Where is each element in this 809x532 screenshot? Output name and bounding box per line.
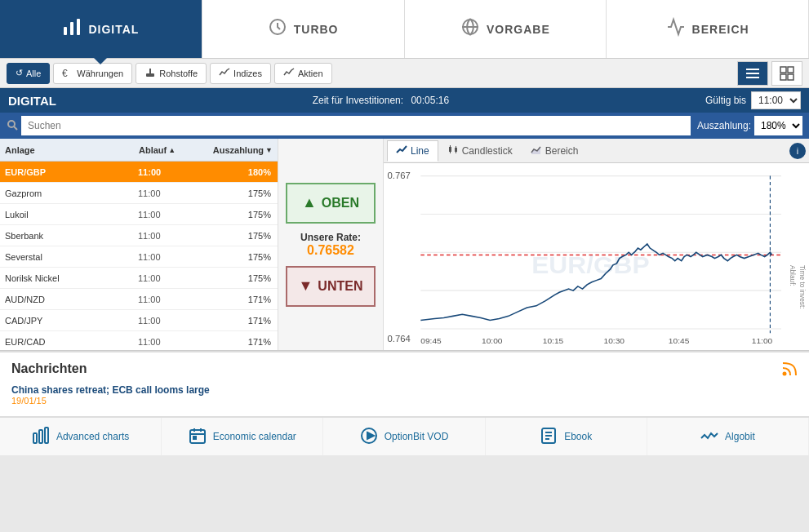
svg-rect-11: [780, 67, 786, 73]
main-content: Anlage Ablauf ▲ Auszahlung ▼ EUR/GBP 11:…: [0, 139, 809, 351]
col-anlage: Anlage: [0, 142, 134, 158]
table-row[interactable]: Gazprom 11:00 175%: [0, 183, 278, 204]
svg-rect-44: [39, 430, 42, 443]
filter-waehrungen[interactable]: € Währungen: [53, 63, 132, 84]
filter-aktien[interactable]: Aktien: [274, 63, 332, 84]
cell-anlage: AUD/NZD: [0, 293, 133, 306]
candlestick-icon: [447, 144, 459, 157]
cell-ablauf: 11:00: [133, 335, 205, 348]
svg-rect-9: [746, 73, 759, 74]
table-row[interactable]: EUR/CAD 11:00 171%: [0, 331, 278, 350]
cell-anlage: Gazprom: [0, 187, 133, 200]
cell-anlage: CAD/JPY: [0, 314, 133, 327]
table-row[interactable]: Norilsk Nickel 11:00 175%: [0, 268, 278, 289]
svg-text:€: €: [62, 68, 68, 78]
col-auszahlung: Auszahlung ▼: [206, 142, 278, 158]
news-section: Nachrichten China shares retreat; ECB ca…: [0, 351, 809, 416]
table-row[interactable]: EUR/GBP 11:00 180%: [0, 162, 278, 183]
play-icon: [360, 427, 378, 447]
filter-indizes[interactable]: Indizes: [210, 63, 271, 84]
unten-button[interactable]: ▼ UNTEN: [286, 266, 376, 307]
cell-ablauf: 11:00: [133, 187, 205, 200]
svg-rect-14: [788, 74, 793, 80]
filter-rohstoffe[interactable]: Rohstoffe: [136, 63, 207, 84]
cell-ablauf: 11:00: [133, 229, 205, 242]
news-headline[interactable]: China shares retreat; ECB call looms lar…: [11, 384, 798, 396]
oben-button[interactable]: ▲ OBEN: [286, 183, 376, 224]
filter-alle[interactable]: ↺ Alle: [7, 63, 50, 84]
tab-line[interactable]: Line: [387, 140, 438, 162]
nav-vorgabe[interactable]: VORGABE: [405, 0, 607, 58]
bottom-ebook[interactable]: Ebook: [486, 418, 647, 455]
table-row[interactable]: Lukoil 11:00 175%: [0, 204, 278, 225]
tab-bereich[interactable]: Bereich: [522, 140, 588, 162]
view-multi-button[interactable]: [771, 61, 802, 86]
turbo-icon: [268, 17, 287, 41]
nav-turbo-label: TURBO: [294, 23, 339, 36]
svg-rect-43: [33, 433, 37, 443]
svg-rect-10: [746, 77, 759, 78]
search-input[interactable]: [21, 116, 691, 135]
cell-ablauf: 11:00: [133, 272, 205, 285]
nav-digital[interactable]: DIGITAL: [0, 0, 202, 58]
svg-text:0.767: 0.767: [388, 171, 411, 180]
svg-text:EUR/GBP: EUR/GBP: [531, 252, 649, 279]
cell-auszahlung: 171%: [205, 335, 278, 348]
bottom-economic-calendar[interactable]: Economic calendar: [162, 418, 323, 455]
svg-rect-12: [788, 67, 793, 73]
news-title: Nachrichten: [11, 361, 87, 376]
invest-time-label: Zeit für Investitionen: 00:05:16: [56, 95, 705, 106]
svg-text:10:45: 10:45: [669, 336, 690, 345]
search-bar: Auszahlung: 180% 175% 171%: [0, 113, 809, 139]
nav-bereich[interactable]: BEREICH: [607, 0, 809, 58]
nav-digital-label: DIGITAL: [88, 23, 139, 36]
view-switcher: [737, 61, 802, 86]
cell-anlage: Lukoil: [0, 208, 133, 221]
bottom-optionbit-vod[interactable]: OptionBit VOD: [323, 418, 485, 455]
cell-ablauf: 11:00: [133, 208, 205, 221]
cell-ablauf: 11:00: [133, 293, 205, 306]
filter-bar: ↺ Alle € Währungen Rohstoffe Indizes Akt…: [0, 59, 809, 88]
svg-point-42: [783, 372, 787, 376]
vorgabe-icon: [460, 17, 480, 41]
indizes-icon: [219, 67, 230, 80]
valid-time-select[interactable]: 11:00: [751, 91, 801, 109]
chart-info-button[interactable]: i: [789, 143, 806, 159]
table-row[interactable]: Severstal 11:00 175%: [0, 246, 278, 268]
refresh-icon: ↺: [16, 68, 23, 78]
table-row[interactable]: AUD/NZD 11:00 171%: [0, 289, 278, 310]
bottom-algobit[interactable]: Algobit: [647, 418, 809, 455]
view-classic-button[interactable]: [737, 61, 768, 86]
svg-text:10:30: 10:30: [604, 336, 625, 345]
svg-rect-7: [149, 69, 151, 75]
bereich-icon: [666, 17, 686, 41]
ebook-icon: [540, 427, 558, 447]
svg-text:09:45: 09:45: [420, 336, 442, 345]
payout-label: Auszahlung:: [697, 120, 751, 131]
sort-arrow-up: ▲: [168, 146, 176, 154]
cell-auszahlung: 175%: [205, 187, 278, 200]
cell-auszahlung: 171%: [205, 293, 278, 306]
table-row[interactable]: CAD/JPY 11:00 171%: [0, 310, 278, 331]
currency-icon: €: [62, 67, 73, 80]
payout-select[interactable]: 180% 175% 171%: [754, 116, 802, 135]
bottom-bar: Advanced charts Economic calendar Option…: [0, 416, 809, 455]
svg-line-16: [14, 126, 17, 130]
rss-icon[interactable]: [781, 361, 798, 381]
col-ablauf: Ablauf ▲: [134, 142, 206, 158]
tab-candlestick[interactable]: Candlestick: [438, 140, 522, 162]
cell-ablauf: 11:00: [133, 314, 205, 327]
rate-display: Unsere Rate: 0.76582: [300, 232, 361, 258]
svg-marker-52: [367, 432, 374, 439]
table-row[interactable]: Sberbank 11:00 175%: [0, 225, 278, 246]
svg-rect-17: [449, 147, 451, 152]
cell-auszahlung: 180%: [205, 166, 278, 179]
svg-text:Ablauf:: Ablauf:: [789, 265, 797, 286]
chart-tab-bar: Line Candlestick Bereich i: [384, 139, 809, 163]
cell-auszahlung: 175%: [205, 208, 278, 221]
bottom-advanced-charts[interactable]: Advanced charts: [0, 418, 162, 455]
svg-rect-2: [77, 19, 80, 35]
svg-rect-13: [780, 74, 786, 80]
nav-turbo[interactable]: TURBO: [202, 0, 405, 58]
svg-rect-50: [193, 437, 196, 439]
